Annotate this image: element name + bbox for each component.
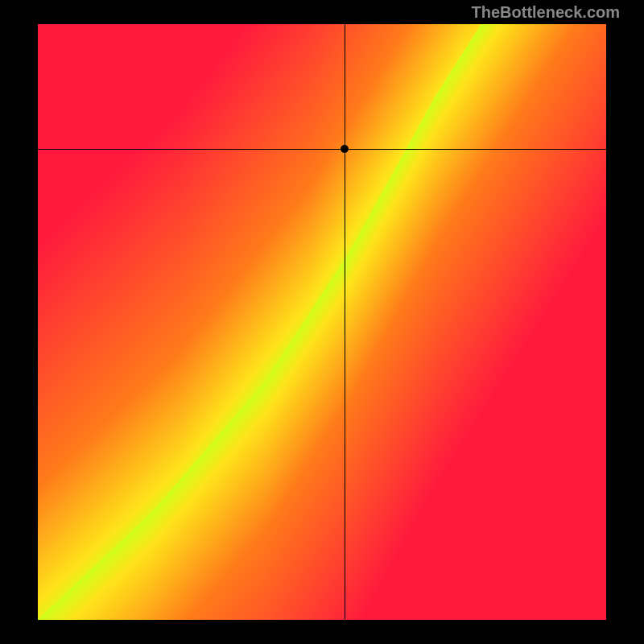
chart-container: TheBottleneck.com [0, 0, 644, 644]
marker-point [341, 145, 349, 153]
watermark-text: TheBottleneck.com [472, 3, 620, 22]
heatmap-canvas [38, 24, 606, 620]
crosshair-horizontal [38, 149, 606, 150]
crosshair-vertical [345, 24, 345, 620]
